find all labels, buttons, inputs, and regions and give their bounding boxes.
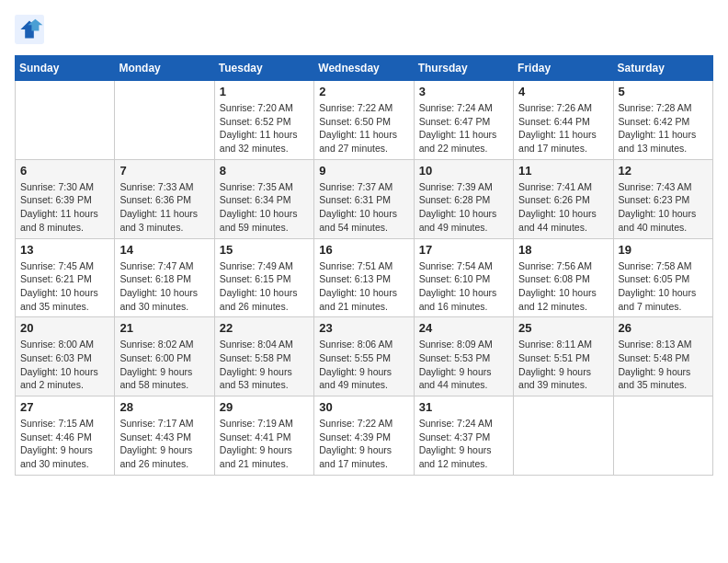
calendar-week-row: 20Sunrise: 8:00 AM Sunset: 6:03 PM Dayli… [16,317,713,396]
day-detail: Sunrise: 7:26 AM Sunset: 6:44 PM Dayligh… [518,101,608,155]
day-detail: Sunrise: 7:47 AM Sunset: 6:18 PM Dayligh… [119,259,209,314]
calendar-week-row: 6Sunrise: 7:30 AM Sunset: 6:39 PM Daylig… [16,159,713,238]
calendar-cell: 26Sunrise: 8:13 AM Sunset: 5:48 PM Dayli… [613,317,712,396]
day-number: 26 [619,321,708,335]
calendar-cell: 18Sunrise: 7:56 AM Sunset: 6:08 PM Dayli… [514,238,613,317]
day-detail: Sunrise: 7:41 AM Sunset: 6:26 PM Dayligh… [518,180,608,235]
day-number: 31 [419,400,508,414]
day-number: 14 [119,243,209,257]
day-detail: Sunrise: 7:30 AM Sunset: 6:39 PM Dayligh… [20,180,109,235]
day-detail: Sunrise: 7:24 AM Sunset: 6:47 PM Dayligh… [419,101,508,155]
calendar-cell: 28Sunrise: 7:17 AM Sunset: 4:43 PM Dayli… [115,396,214,476]
calendar-cell: 8Sunrise: 7:35 AM Sunset: 6:34 PM Daylig… [214,159,313,238]
calendar-cell: 23Sunrise: 8:06 AM Sunset: 5:55 PM Dayli… [314,317,414,396]
day-number: 5 [619,85,708,98]
day-number: 23 [319,321,408,335]
weekday-header: Wednesday [314,56,414,81]
day-detail: Sunrise: 8:09 AM Sunset: 5:53 PM Dayligh… [419,338,508,392]
calendar-cell: 17Sunrise: 7:54 AM Sunset: 6:10 PM Dayli… [414,238,513,317]
day-detail: Sunrise: 7:17 AM Sunset: 4:43 PM Dayligh… [119,417,209,471]
calendar-cell: 12Sunrise: 7:43 AM Sunset: 6:23 PM Dayli… [613,159,712,238]
calendar-cell: 3Sunrise: 7:24 AM Sunset: 6:47 PM Daylig… [414,81,513,160]
day-detail: Sunrise: 8:13 AM Sunset: 5:48 PM Dayligh… [619,338,708,392]
calendar-cell: 1Sunrise: 7:20 AM Sunset: 6:52 PM Daylig… [214,81,313,160]
day-detail: Sunrise: 8:06 AM Sunset: 5:55 PM Dayligh… [319,338,408,392]
day-number: 25 [518,321,608,335]
day-detail: Sunrise: 7:56 AM Sunset: 6:08 PM Dayligh… [518,259,608,314]
calendar-cell: 10Sunrise: 7:39 AM Sunset: 6:28 PM Dayli… [414,159,513,238]
calendar-cell: 14Sunrise: 7:47 AM Sunset: 6:18 PM Dayli… [115,238,214,317]
weekday-header: Sunday [16,56,115,81]
day-detail: Sunrise: 7:35 AM Sunset: 6:34 PM Dayligh… [220,180,309,235]
day-number: 11 [518,164,608,178]
day-detail: Sunrise: 7:37 AM Sunset: 6:31 PM Dayligh… [319,180,408,235]
calendar-cell: 9Sunrise: 7:37 AM Sunset: 6:31 PM Daylig… [314,159,414,238]
day-number: 7 [119,164,209,178]
weekday-header: Thursday [414,56,513,81]
calendar-cell: 29Sunrise: 7:19 AM Sunset: 4:41 PM Dayli… [214,396,313,476]
day-number: 30 [319,400,408,414]
day-number: 17 [419,243,508,257]
day-detail: Sunrise: 8:11 AM Sunset: 5:51 PM Dayligh… [518,338,608,392]
day-detail: Sunrise: 7:33 AM Sunset: 6:36 PM Dayligh… [119,180,209,235]
calendar-cell [16,81,115,160]
day-detail: Sunrise: 7:39 AM Sunset: 6:28 PM Dayligh… [419,180,508,235]
weekday-header: Friday [514,56,613,81]
day-detail: Sunrise: 7:22 AM Sunset: 6:50 PM Dayligh… [319,101,408,155]
calendar-cell: 5Sunrise: 7:28 AM Sunset: 6:42 PM Daylig… [613,81,712,160]
day-detail: Sunrise: 8:00 AM Sunset: 6:03 PM Dayligh… [20,338,109,392]
day-detail: Sunrise: 7:28 AM Sunset: 6:42 PM Dayligh… [619,101,708,155]
calendar-week-row: 27Sunrise: 7:15 AM Sunset: 4:46 PM Dayli… [16,396,713,476]
day-detail: Sunrise: 7:54 AM Sunset: 6:10 PM Dayligh… [419,259,508,314]
calendar-cell: 15Sunrise: 7:49 AM Sunset: 6:15 PM Dayli… [214,238,313,317]
day-detail: Sunrise: 7:24 AM Sunset: 4:37 PM Dayligh… [419,417,508,471]
calendar-cell: 2Sunrise: 7:22 AM Sunset: 6:50 PM Daylig… [314,81,414,160]
page-header [15,15,713,44]
calendar-week-row: 1Sunrise: 7:20 AM Sunset: 6:52 PM Daylig… [16,81,713,160]
calendar-cell: 25Sunrise: 8:11 AM Sunset: 5:51 PM Dayli… [514,317,613,396]
day-detail: Sunrise: 7:49 AM Sunset: 6:15 PM Dayligh… [220,259,309,314]
calendar-cell: 20Sunrise: 8:00 AM Sunset: 6:03 PM Dayli… [16,317,115,396]
calendar-cell: 11Sunrise: 7:41 AM Sunset: 6:26 PM Dayli… [514,159,613,238]
logo-icon [15,15,44,44]
day-number: 18 [518,243,608,257]
day-detail: Sunrise: 7:22 AM Sunset: 4:39 PM Dayligh… [319,417,408,471]
weekday-header: Monday [115,56,214,81]
day-number: 20 [20,321,109,335]
weekday-header: Saturday [613,56,712,81]
day-detail: Sunrise: 7:45 AM Sunset: 6:21 PM Dayligh… [20,259,109,314]
day-number: 6 [20,164,109,178]
day-detail: Sunrise: 7:51 AM Sunset: 6:13 PM Dayligh… [319,259,408,314]
day-number: 24 [419,321,508,335]
day-detail: Sunrise: 7:19 AM Sunset: 4:41 PM Dayligh… [220,417,309,471]
day-number: 3 [419,85,508,98]
day-number: 15 [220,243,309,257]
calendar-cell: 27Sunrise: 7:15 AM Sunset: 4:46 PM Dayli… [16,396,115,476]
day-detail: Sunrise: 7:43 AM Sunset: 6:23 PM Dayligh… [619,180,708,235]
day-detail: Sunrise: 7:20 AM Sunset: 6:52 PM Dayligh… [220,101,309,155]
day-number: 29 [220,400,309,414]
day-number: 8 [220,164,309,178]
day-number: 16 [319,243,408,257]
day-number: 2 [319,85,408,98]
day-number: 13 [20,243,109,257]
day-number: 10 [419,164,508,178]
calendar-cell: 22Sunrise: 8:04 AM Sunset: 5:58 PM Dayli… [214,317,313,396]
calendar-week-row: 13Sunrise: 7:45 AM Sunset: 6:21 PM Dayli… [16,238,713,317]
calendar-cell: 7Sunrise: 7:33 AM Sunset: 6:36 PM Daylig… [115,159,214,238]
calendar-cell: 21Sunrise: 8:02 AM Sunset: 6:00 PM Dayli… [115,317,214,396]
day-number: 22 [220,321,309,335]
day-number: 19 [619,243,708,257]
calendar-cell: 13Sunrise: 7:45 AM Sunset: 6:21 PM Dayli… [16,238,115,317]
calendar-cell: 4Sunrise: 7:26 AM Sunset: 6:44 PM Daylig… [514,81,613,160]
calendar-cell: 19Sunrise: 7:58 AM Sunset: 6:05 PM Dayli… [613,238,712,317]
day-number: 1 [220,85,309,98]
day-number: 28 [119,400,209,414]
calendar-cell: 30Sunrise: 7:22 AM Sunset: 4:39 PM Dayli… [314,396,414,476]
calendar-cell [514,396,613,476]
calendar-cell: 6Sunrise: 7:30 AM Sunset: 6:39 PM Daylig… [16,159,115,238]
day-number: 9 [319,164,408,178]
logo [15,15,50,44]
calendar-cell: 16Sunrise: 7:51 AM Sunset: 6:13 PM Dayli… [314,238,414,317]
day-number: 4 [518,85,608,98]
